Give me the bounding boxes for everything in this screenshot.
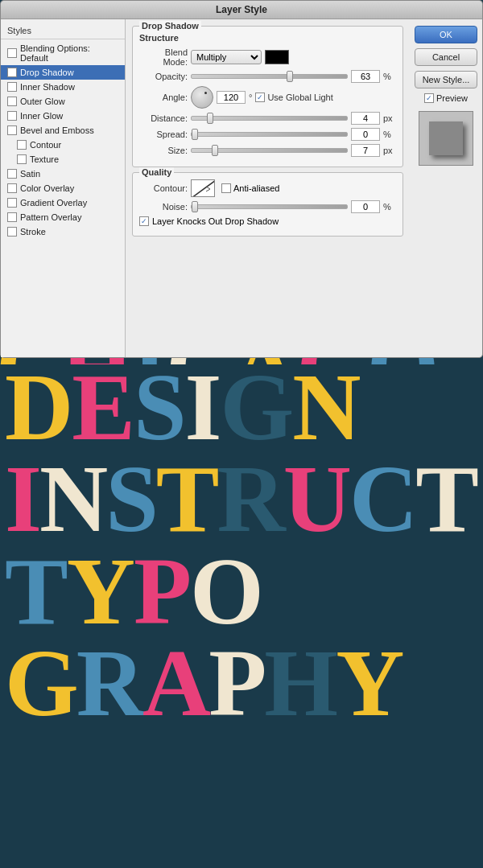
distance-unit: px xyxy=(383,113,396,123)
inner-shadow-checkbox[interactable] xyxy=(7,82,17,92)
angle-dial[interactable] xyxy=(191,86,213,109)
sidebar-item-texture[interactable]: Texture xyxy=(1,152,125,167)
anti-aliased-container: Anti-aliased xyxy=(221,183,279,193)
opacity-row: Opacity: 63 % xyxy=(139,70,396,83)
sidebar-item-color-overlay[interactable]: Color Overlay xyxy=(1,181,125,195)
bevel-emboss-checkbox[interactable] xyxy=(7,125,17,135)
preview-label-container: ✓ Preview xyxy=(424,93,468,103)
sidebar-item-satin[interactable]: Satin xyxy=(1,167,125,181)
distance-slider-thumb[interactable] xyxy=(207,113,213,124)
layer-style-dialog: Layer Style Styles Blending Options: Def… xyxy=(0,0,483,358)
drop-shadow-label: Drop Shadow xyxy=(20,68,74,77)
anti-aliased-label: Anti-aliased xyxy=(233,183,279,193)
distance-slider-container xyxy=(191,113,348,124)
opacity-slider-track xyxy=(191,74,348,79)
gradient-overlay-checkbox[interactable] xyxy=(7,198,17,208)
satin-checkbox[interactable] xyxy=(7,169,17,179)
size-slider-thumb[interactable] xyxy=(212,145,218,156)
blending-options-checkbox[interactable] xyxy=(7,48,17,58)
spread-slider-track xyxy=(191,132,348,137)
layer-knocks-row: ✓ Layer Knocks Out Drop Shadow xyxy=(139,216,396,226)
spread-label: Spread: xyxy=(139,130,188,139)
contour-label: Contour: xyxy=(139,183,188,193)
use-global-light-checkbox[interactable]: ✓ xyxy=(255,93,265,102)
color-overlay-label: Color Overlay xyxy=(20,183,74,193)
sidebar-item-contour[interactable]: Contour xyxy=(1,138,125,152)
distance-label: Distance: xyxy=(139,113,188,123)
size-unit: px xyxy=(383,146,396,155)
spread-slider-thumb[interactable] xyxy=(192,129,198,140)
styles-header: Styles xyxy=(1,23,125,39)
cancel-button[interactable]: Cancel xyxy=(415,48,477,66)
outer-glow-checkbox[interactable] xyxy=(7,97,17,106)
size-label: Size: xyxy=(139,146,188,155)
ok-button[interactable]: OK xyxy=(415,26,477,43)
sidebar-item-inner-glow[interactable]: Inner Glow xyxy=(1,109,125,123)
gradient-overlay-label: Gradient Overlay xyxy=(20,198,87,208)
new-style-button[interactable]: New Style... xyxy=(415,71,477,88)
opacity-label: Opacity: xyxy=(139,72,188,81)
distance-slider-track xyxy=(191,116,348,121)
sidebar-item-outer-glow[interactable]: Outer Glow xyxy=(1,94,125,109)
contour-row: Contour: Anti-aliased xyxy=(139,179,396,197)
spread-slider-container xyxy=(191,129,348,140)
opacity-slider-container xyxy=(191,71,348,82)
pattern-overlay-checkbox[interactable] xyxy=(7,212,17,222)
preview-inner-box xyxy=(429,121,463,155)
sidebar-item-pattern-overlay[interactable]: Pattern Overlay xyxy=(1,210,125,224)
inner-glow-label: Inner Glow xyxy=(20,111,63,121)
anti-aliased-checkbox[interactable] xyxy=(221,183,231,193)
distance-input[interactable]: 4 xyxy=(351,112,380,125)
opacity-slider-thumb[interactable] xyxy=(287,71,293,82)
bevel-emboss-label: Bevel and Emboss xyxy=(20,125,94,135)
preview-box xyxy=(419,111,473,166)
noise-input[interactable]: 0 xyxy=(351,200,380,213)
noise-slider-container xyxy=(191,201,348,212)
angle-row: Angle: 120 ° ✓ Use Global Light xyxy=(139,86,396,109)
sidebar-item-bevel-emboss[interactable]: Bevel and Emboss xyxy=(1,123,125,138)
distance-row: Distance: 4 px xyxy=(139,112,396,125)
buttons-panel: OK Cancel New Style... ✓ Preview xyxy=(410,19,482,357)
outer-glow-label: Outer Glow xyxy=(20,97,65,106)
structure-subtitle: Structure xyxy=(139,33,396,43)
preview-label: Preview xyxy=(436,93,468,103)
layer-knocks-checkbox[interactable]: ✓ xyxy=(139,216,149,226)
angle-label: Angle: xyxy=(139,93,188,102)
quality-section: Quality Contour: Anti-aliased xyxy=(132,172,403,237)
contour-checkbox[interactable] xyxy=(17,140,27,150)
contour-label: Contour xyxy=(30,140,61,150)
sidebar-item-stroke[interactable]: Stroke xyxy=(1,224,125,239)
blend-mode-select[interactable]: Multiply Normal Screen xyxy=(191,50,262,64)
sidebar-item-drop-shadow[interactable]: Drop Shadow xyxy=(1,65,125,80)
size-row: Size: 7 px xyxy=(139,144,396,157)
contour-thumbnail[interactable] xyxy=(191,179,215,197)
sidebar-item-inner-shadow[interactable]: Inner Shadow xyxy=(1,80,125,94)
size-input[interactable]: 7 xyxy=(351,144,380,157)
inner-shadow-label: Inner Shadow xyxy=(20,82,75,92)
contour-arrow xyxy=(206,180,214,197)
texture-checkbox[interactable] xyxy=(17,154,27,164)
spread-input[interactable]: 0 xyxy=(351,128,380,141)
opacity-input[interactable]: 63 xyxy=(351,70,380,83)
inner-glow-checkbox[interactable] xyxy=(7,111,17,121)
bg-main-text: DESIGN INSTRUCT TYPO GRAPHY xyxy=(0,362,483,730)
stroke-checkbox[interactable] xyxy=(7,227,17,237)
layer-knocks-label: Layer Knocks Out Drop Shadow xyxy=(152,216,279,226)
sidebar-item-blending-options[interactable]: Blending Options: Default xyxy=(1,41,125,65)
color-overlay-checkbox[interactable] xyxy=(7,183,17,193)
preview-checkbox[interactable]: ✓ xyxy=(424,93,434,103)
opacity-unit: % xyxy=(383,72,396,81)
sidebar-item-gradient-overlay[interactable]: Gradient Overlay xyxy=(1,195,125,210)
shadow-color-swatch[interactable] xyxy=(265,50,289,64)
noise-row: Noise: 0 % xyxy=(139,200,396,213)
noise-unit: % xyxy=(383,202,396,212)
drop-shadow-section: Drop Shadow Structure Blend Mode: Multip… xyxy=(132,26,403,167)
blending-options-label: Blending Options: Default xyxy=(20,43,118,63)
angle-input[interactable]: 120 xyxy=(217,91,246,104)
dialog-title: Layer Style xyxy=(0,0,483,19)
texture-label: Texture xyxy=(30,154,59,164)
blend-mode-row: Blend Mode: Multiply Normal Screen xyxy=(139,47,396,67)
noise-slider-thumb[interactable] xyxy=(192,201,198,212)
drop-shadow-checkbox[interactable] xyxy=(7,68,17,77)
use-global-light-container: ✓ Use Global Light xyxy=(255,93,332,102)
